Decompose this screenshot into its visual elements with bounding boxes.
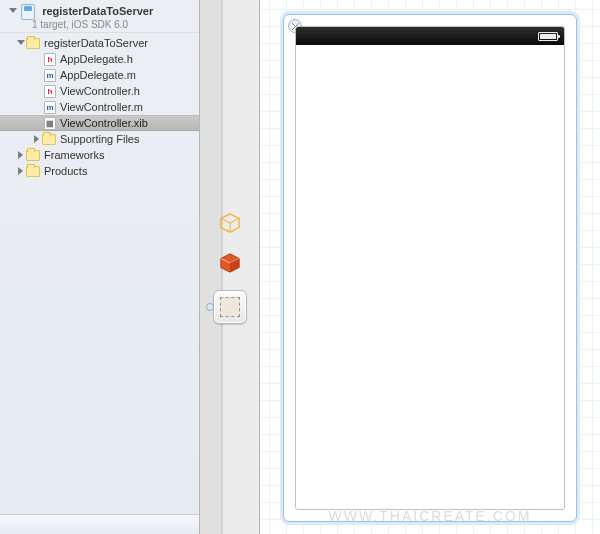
impl-file-icon: m (44, 101, 56, 114)
status-bar (296, 27, 564, 45)
xib-file-icon: ▦ (44, 117, 56, 130)
disclosure-triangle[interactable] (18, 151, 23, 159)
disclosure-triangle[interactable] (9, 8, 17, 13)
file-label: ViewController.h (60, 85, 140, 97)
root-view[interactable] (295, 26, 565, 510)
project-subtitle: 1 target, iOS SDK 6.0 (32, 19, 193, 30)
navigator-footer (0, 514, 199, 534)
file-label: ViewController.xib (60, 117, 148, 129)
ib-canvas[interactable]: WWW.THAICREATE.COM (260, 0, 600, 534)
file-label: AppDelegate.m (60, 69, 136, 81)
header-file-icon: h (44, 85, 56, 98)
file-tree: registerDataToServer h AppDelegate.h m A… (0, 33, 199, 179)
disclosure-triangle[interactable] (18, 167, 23, 175)
folder-icon (26, 38, 40, 49)
project-header[interactable]: registerDataToServer 1 target, iOS SDK 6… (0, 0, 199, 33)
file-label: ViewController.m (60, 101, 143, 113)
files-owner-icon[interactable] (217, 210, 243, 236)
group-registerdatatoserver[interactable]: registerDataToServer (0, 35, 199, 51)
group-label: registerDataToServer (44, 37, 148, 49)
xcode-window: registerDataToServer 1 target, iOS SDK 6… (0, 0, 600, 534)
file-appdelegate-m[interactable]: m AppDelegate.m (0, 67, 199, 83)
group-products[interactable]: Products (0, 163, 199, 179)
header-file-icon: h (44, 53, 56, 66)
xcode-project-icon (21, 4, 35, 20)
file-label: AppDelegate.h (60, 53, 133, 65)
file-viewcontroller-h[interactable]: h ViewController.h (0, 83, 199, 99)
file-appdelegate-h[interactable]: h AppDelegate.h (0, 51, 199, 67)
group-supporting-files[interactable]: Supporting Files (0, 131, 199, 147)
view-thumb-icon (220, 297, 240, 317)
root-view-icon[interactable] (213, 290, 247, 324)
battery-icon (538, 32, 558, 41)
impl-file-icon: m (44, 69, 56, 82)
file-viewcontroller-m[interactable]: m ViewController.m (0, 99, 199, 115)
disclosure-triangle[interactable] (17, 40, 25, 45)
project-title: registerDataToServer (42, 5, 153, 17)
group-label: Products (44, 165, 87, 177)
selection-pin-icon (206, 303, 214, 311)
ib-dock (200, 0, 260, 534)
file-viewcontroller-xib[interactable]: ▦ ViewController.xib (0, 115, 199, 131)
first-responder-icon[interactable] (217, 250, 243, 276)
group-label: Supporting Files (60, 133, 140, 145)
group-frameworks[interactable]: Frameworks (0, 147, 199, 163)
folder-icon (42, 134, 56, 145)
disclosure-triangle[interactable] (34, 135, 39, 143)
group-label: Frameworks (44, 149, 105, 161)
project-navigator: registerDataToServer 1 target, iOS SDK 6… (0, 0, 200, 534)
device-frame[interactable] (283, 14, 577, 522)
folder-icon (26, 150, 40, 161)
folder-icon (26, 166, 40, 177)
